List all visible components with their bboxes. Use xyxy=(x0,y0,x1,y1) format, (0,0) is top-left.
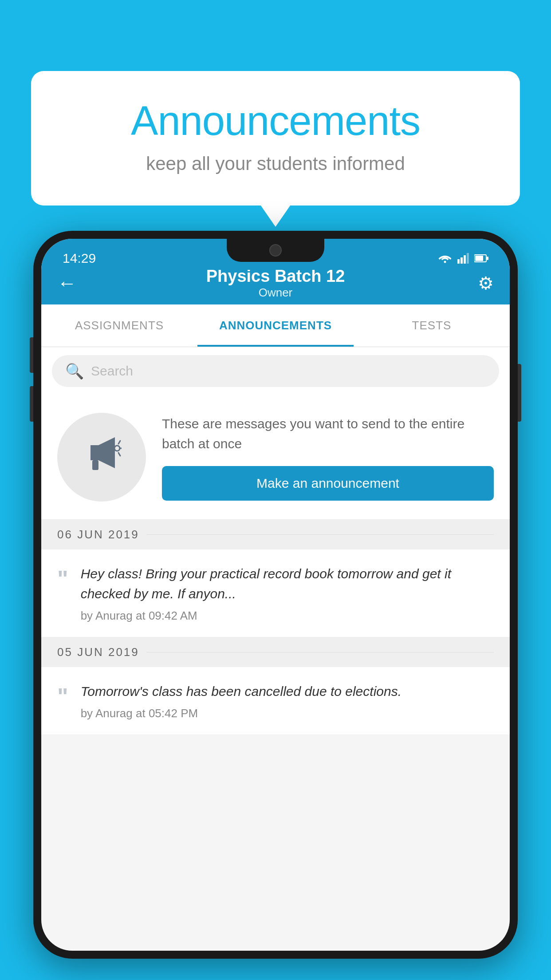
header-subtitle: Owner xyxy=(84,286,467,300)
svg-line-14 xyxy=(118,453,120,456)
signal-icon xyxy=(457,253,469,264)
speech-bubble: Announcements keep all your students inf… xyxy=(31,71,520,205)
cta-right: These are messages you want to send to t… xyxy=(162,414,494,501)
announcement-text-2: Tomorrow's class has been cancelled due … xyxy=(81,681,494,701)
tabs-bar: ASSIGNMENTS ANNOUNCEMENTS TESTS xyxy=(41,304,510,347)
tab-assignments[interactable]: ASSIGNMENTS xyxy=(41,304,197,347)
wifi-icon xyxy=(438,253,452,264)
announcement-author-1: by Anurag at 09:42 AM xyxy=(81,609,494,623)
tab-announcements[interactable]: ANNOUNCEMENTS xyxy=(197,304,354,347)
phone-screen: 14:29 xyxy=(41,239,510,951)
svg-rect-1 xyxy=(457,259,460,264)
settings-button[interactable]: ⚙ xyxy=(467,273,494,293)
tab-tests[interactable]: TESTS xyxy=(354,304,510,347)
announcement-text-1: Hey class! Bring your practical record b… xyxy=(81,564,494,604)
date-separator-2: 05 JUN 2019 xyxy=(41,637,510,667)
svg-rect-2 xyxy=(460,257,463,264)
announcement-author-2: by Anurag at 05:42 PM xyxy=(81,707,494,720)
svg-line-12 xyxy=(118,441,120,444)
front-camera xyxy=(269,244,282,257)
search-bar[interactable]: 🔍 Search xyxy=(52,355,499,387)
phone-container: 14:29 xyxy=(33,231,518,980)
svg-point-0 xyxy=(444,261,446,263)
date-line-1 xyxy=(146,534,494,535)
date-separator-1: 06 JUN 2019 xyxy=(41,520,510,549)
cta-description: These are messages you want to send to t… xyxy=(162,414,494,454)
status-time: 14:29 xyxy=(63,251,96,266)
phone-notch xyxy=(227,239,324,262)
svg-rect-7 xyxy=(487,257,488,260)
volume-down-button xyxy=(30,386,33,422)
header-center: Physics Batch 12 Owner xyxy=(84,267,467,300)
announcement-item-1[interactable]: " Hey class! Bring your practical record… xyxy=(41,549,510,637)
quote-icon-1: " xyxy=(57,567,68,623)
announcement-item-2[interactable]: " Tomorrow's class has been cancelled du… xyxy=(41,667,510,735)
megaphone-circle xyxy=(57,413,146,502)
bubble-subtitle: keep all your students informed xyxy=(67,153,484,174)
bubble-title: Announcements xyxy=(67,98,484,144)
quote-icon-2: " xyxy=(57,685,68,720)
volume-up-button xyxy=(30,337,33,373)
announcement-content-1: Hey class! Bring your practical record b… xyxy=(81,564,494,623)
back-button[interactable]: ← xyxy=(57,272,84,294)
make-announcement-button[interactable]: Make an announcement xyxy=(162,466,494,501)
svg-rect-6 xyxy=(475,256,483,261)
svg-rect-4 xyxy=(467,253,469,264)
search-icon: 🔍 xyxy=(65,362,84,380)
svg-rect-10 xyxy=(92,460,98,470)
speech-bubble-container: Announcements keep all your students inf… xyxy=(31,71,520,205)
svg-point-11 xyxy=(114,446,120,451)
date-label-2: 05 JUN 2019 xyxy=(57,645,139,659)
svg-rect-3 xyxy=(464,255,466,264)
battery-icon xyxy=(474,254,488,263)
search-placeholder: Search xyxy=(91,364,133,379)
date-line-2 xyxy=(146,652,494,652)
power-button xyxy=(518,364,521,422)
status-icons xyxy=(438,253,488,264)
search-container: 🔍 Search xyxy=(41,347,510,395)
date-label-1: 06 JUN 2019 xyxy=(57,528,139,541)
announcement-content-2: Tomorrow's class has been cancelled due … xyxy=(81,681,494,720)
announcement-cta-section: These are messages you want to send to t… xyxy=(41,395,510,520)
megaphone-icon xyxy=(82,433,122,482)
svg-marker-8 xyxy=(91,445,98,460)
svg-marker-9 xyxy=(98,437,115,468)
phone-frame: 14:29 xyxy=(33,231,518,959)
